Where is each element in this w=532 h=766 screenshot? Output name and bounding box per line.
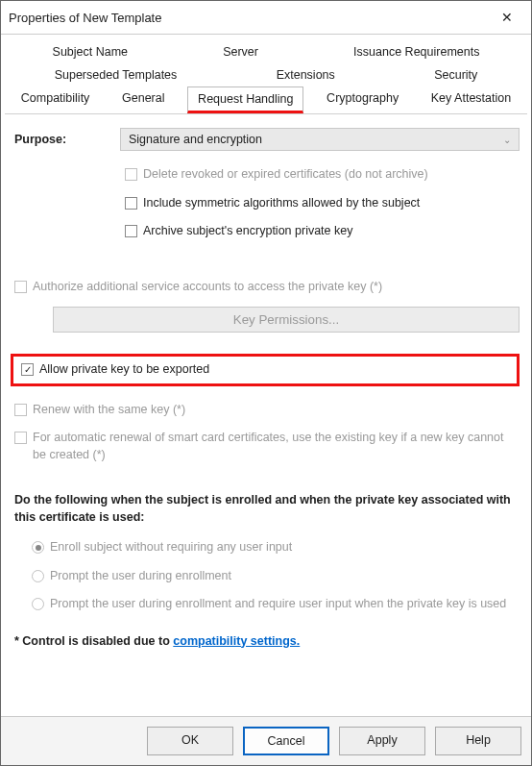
tab-security[interactable]: Security bbox=[424, 63, 487, 86]
window-title: Properties of New Template bbox=[9, 11, 161, 25]
tab-row-1: Subject Name Server Issuance Requirement… bbox=[5, 40, 527, 63]
checkbox-auto-renewal bbox=[14, 432, 27, 444]
opt-delete-revoked: Delete revoked or expired certificates (… bbox=[125, 166, 520, 184]
label-authorize: Authorize additional service accounts to… bbox=[33, 279, 382, 296]
opt-radio-enroll: Enroll subject without requiring any use… bbox=[32, 539, 520, 556]
tab-extensions[interactable]: Extensions bbox=[267, 63, 345, 86]
tab-superseded-templates[interactable]: Superseded Templates bbox=[45, 63, 187, 86]
opt-radio-prompt-require: Prompt the user during enrollment and re… bbox=[32, 596, 520, 613]
ok-button[interactable]: OK bbox=[147, 727, 233, 755]
opt-authorize: Authorize additional service accounts to… bbox=[14, 279, 520, 296]
opt-include-symmetric: Include symmetric algorithms allowed by … bbox=[125, 195, 520, 212]
checkbox-authorize bbox=[14, 281, 27, 293]
label-radio-enroll: Enroll subject without requiring any use… bbox=[50, 539, 292, 556]
label-auto-renewal: For automatic renewal of smart card cert… bbox=[33, 430, 520, 463]
label-archive-key: Archive subject's encryption private key bbox=[143, 223, 352, 240]
radio-prompt-require bbox=[32, 598, 44, 610]
cancel-button[interactable]: Cancel bbox=[243, 727, 329, 755]
close-button[interactable]: ✕ bbox=[493, 7, 521, 28]
tab-row-2: Superseded Templates Extensions Security bbox=[5, 63, 527, 86]
radio-enroll bbox=[32, 541, 44, 554]
label-allow-export: Allow private key to be exported bbox=[39, 361, 209, 379]
checkbox-include-symmetric[interactable] bbox=[125, 197, 137, 210]
dialog-window: Properties of New Template ✕ Subject Nam… bbox=[0, 0, 532, 766]
purpose-label: Purpose: bbox=[14, 133, 120, 146]
tab-key-attestation[interactable]: Key Attestation bbox=[422, 86, 520, 113]
tab-compatibility[interactable]: Compatibility bbox=[12, 86, 100, 113]
radio-prompt bbox=[32, 570, 44, 582]
apply-button[interactable]: Apply bbox=[339, 727, 425, 755]
opt-radio-prompt: Prompt the user during enrollment bbox=[32, 568, 520, 585]
tab-general[interactable]: General bbox=[112, 86, 174, 113]
purpose-value: Signature and encryption bbox=[129, 133, 262, 146]
close-icon: ✕ bbox=[501, 10, 513, 25]
tab-pane: Purpose: Signature and encryption ⌄ Dele… bbox=[1, 114, 531, 716]
opt-renew-same: Renew with the same key (*) bbox=[14, 402, 520, 419]
tabs-container: Subject Name Server Issuance Requirement… bbox=[1, 35, 531, 114]
opt-allow-export: ✓ Allow private key to be exported bbox=[21, 361, 209, 379]
checkbox-renew-same bbox=[14, 404, 27, 416]
tab-request-handling[interactable]: Request Handling bbox=[187, 86, 303, 113]
tab-subject-name[interactable]: Subject Name bbox=[43, 40, 138, 63]
disabled-note-prefix: * Control is disabled due to bbox=[14, 634, 173, 648]
purpose-row: Purpose: Signature and encryption ⌄ bbox=[14, 128, 520, 151]
tab-row-3: Compatibility General Request Handling C… bbox=[5, 86, 527, 114]
highlight-allow-export: ✓ Allow private key to be exported bbox=[11, 354, 520, 386]
label-renew-same: Renew with the same key (*) bbox=[33, 402, 185, 419]
checkbox-archive-key[interactable] bbox=[125, 225, 137, 237]
compatibility-settings-link[interactable]: compatibility settings. bbox=[173, 634, 300, 648]
do-following-text: Do the following when the subject is enr… bbox=[14, 492, 520, 526]
purpose-dropdown[interactable]: Signature and encryption ⌄ bbox=[120, 128, 520, 151]
checkbox-delete-revoked bbox=[125, 168, 137, 181]
label-radio-prompt-require: Prompt the user during enrollment and re… bbox=[50, 596, 506, 613]
label-delete-revoked: Delete revoked or expired certificates (… bbox=[143, 166, 428, 184]
help-button[interactable]: Help bbox=[435, 727, 521, 755]
disabled-note: * Control is disabled due to compatibili… bbox=[14, 634, 520, 648]
checkbox-allow-export[interactable]: ✓ bbox=[21, 363, 34, 376]
key-permissions-button: Key Permissions... bbox=[53, 307, 520, 333]
opt-auto-renewal: For automatic renewal of smart card cert… bbox=[14, 430, 520, 463]
tab-server[interactable]: Server bbox=[213, 40, 268, 63]
tab-issuance-requirements[interactable]: Issuance Requirements bbox=[344, 40, 489, 63]
dialog-footer: OK Cancel Apply Help bbox=[1, 716, 531, 765]
label-include-symmetric: Include symmetric algorithms allowed by … bbox=[143, 195, 420, 212]
tab-cryptography[interactable]: Cryptography bbox=[317, 86, 408, 113]
label-radio-prompt: Prompt the user during enrollment bbox=[50, 568, 231, 585]
chevron-down-icon: ⌄ bbox=[503, 135, 511, 145]
opt-archive-key: Archive subject's encryption private key bbox=[125, 223, 520, 240]
titlebar: Properties of New Template ✕ bbox=[1, 1, 531, 35]
